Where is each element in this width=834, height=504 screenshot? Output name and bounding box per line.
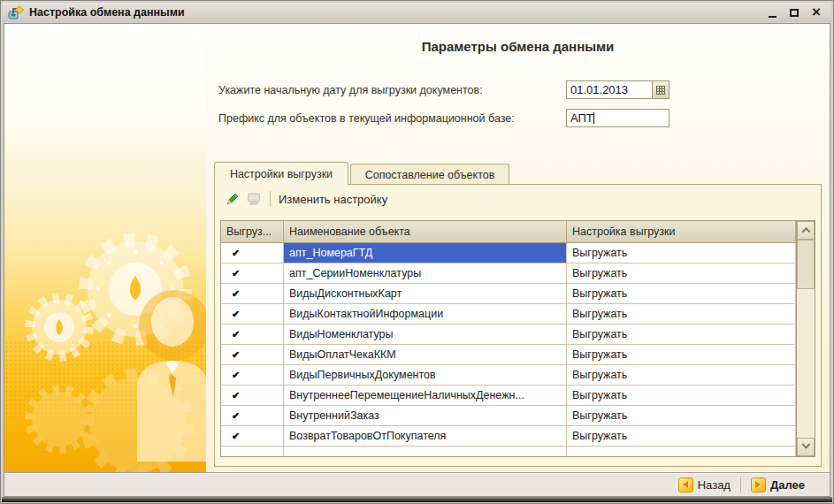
table-body: ✔ апт_НомераГТД Выгружать ✔ апт_СерииНом…	[221, 243, 796, 456]
back-arrow-icon	[678, 477, 693, 493]
scroll-down-button[interactable]	[797, 438, 815, 456]
table-row[interactable]: ✔ ВнутреннийЗаказ Выгружать	[221, 406, 796, 426]
prefix-value: АПТ	[567, 111, 669, 125]
table-row[interactable]: ✔ ВидыНоменклатуры Выгружать	[221, 325, 796, 345]
content-frame: Параметры обмена данными Укажите начальн…	[4, 23, 830, 497]
calendar-button[interactable]	[652, 81, 669, 98]
close-icon: ×	[812, 6, 821, 19]
row-setting[interactable]: Выгружать	[567, 304, 796, 325]
tab-export-settings[interactable]: Настройки выгрузки	[214, 162, 348, 185]
table-header: Выгруз... Наименование объекта Настройка…	[221, 221, 796, 243]
start-date-field[interactable]: 01.01.2013	[566, 80, 669, 99]
row-name[interactable]: апт_НомераГТД	[284, 243, 567, 263]
row-name[interactable]: ВидыДисконтныхКарт	[284, 284, 567, 304]
row-check-icon[interactable]: ✔	[221, 365, 284, 386]
row-setting[interactable]: Выгружать	[567, 365, 796, 386]
export-settings-panel: Изменить настройку Выгруз... Наименовани…	[214, 184, 822, 467]
table-row[interactable]: ✔ ВидыПервичныхДокументов Выгружать	[221, 365, 796, 386]
row-check-icon[interactable]: ✔	[221, 263, 284, 284]
scroll-up-button[interactable]	[797, 221, 815, 240]
minimize-icon	[769, 16, 777, 18]
column-header-object-name[interactable]: Наименование объекта	[284, 221, 567, 243]
prefix-label: Префикс для объектов в текущей информаци…	[218, 112, 515, 125]
sidebar-artwork	[4, 24, 206, 472]
panel-toolbar: Изменить настройку	[215, 185, 821, 213]
next-arrow-icon	[751, 477, 766, 493]
tab-object-mapping[interactable]: Сопоставление объектов	[350, 164, 509, 185]
row-setting[interactable]: Выгружать	[567, 325, 796, 345]
prefix-field[interactable]: АПТ	[566, 109, 669, 127]
row-name[interactable]	[284, 447, 567, 456]
row-name[interactable]: ВидыПервичныхДокументов	[284, 365, 567, 386]
row-setting[interactable]: Выгружать	[567, 386, 796, 406]
row-setting[interactable]: Выгружать	[567, 243, 796, 263]
column-header-export-setting[interactable]: Настройка выгрузки	[567, 221, 796, 243]
scrollbar-thumb[interactable]	[797, 240, 815, 289]
window-bottom-edge	[2, 497, 832, 502]
main-area: Параметры обмена данными Укажите начальн…	[206, 24, 830, 472]
table-row[interactable]: ✔ апт_СерииНоменклатуры Выгружать	[221, 263, 796, 284]
row-check-icon[interactable]: ✔	[221, 325, 284, 345]
row-check-icon[interactable]: ✔	[221, 406, 284, 426]
footer-bar: Назад Далее	[4, 472, 830, 496]
edit-setting-label[interactable]: Изменить настройку	[279, 193, 387, 206]
table-scrollbar[interactable]	[796, 221, 815, 456]
back-button[interactable]: Назад	[678, 477, 731, 493]
row-setting[interactable]: Выгружать	[567, 284, 796, 304]
row-check-icon[interactable]: ✔	[221, 386, 284, 406]
title-bar[interactable]: Настройка обмена данными ×	[3, 3, 831, 22]
table-row[interactable]: ✔ ВнутреннееПеремещениеНаличныхДенежн...…	[221, 386, 796, 406]
gears-illustration	[4, 196, 206, 472]
row-name[interactable]: ВнутреннийЗаказ	[284, 406, 567, 426]
row-setting[interactable]: Выгружать	[567, 426, 796, 447]
minimize-button[interactable]	[766, 6, 778, 19]
text-caret	[593, 112, 594, 124]
table-row[interactable]: ✔ ВидыОплатЧекаККМ Выгружать	[221, 345, 796, 365]
maximize-button[interactable]	[788, 6, 800, 19]
row-name[interactable]: апт_СерииНоменклатуры	[284, 263, 567, 284]
row-check-icon[interactable]: ✔	[221, 243, 284, 263]
table-row-partial[interactable]	[221, 447, 796, 456]
dialog-window: Настройка обмена данными ×	[0, 0, 834, 504]
pencil-icon	[225, 192, 239, 206]
save-setting-button-disabled[interactable]	[246, 191, 262, 207]
person-figure	[137, 290, 206, 462]
export-objects-table: Выгруз... Наименование объекта Настройка…	[220, 220, 815, 457]
row-setting[interactable]: Выгружать	[567, 406, 796, 426]
row-check-icon[interactable]	[221, 447, 284, 456]
page-title: Параметры обмена данными	[206, 39, 830, 54]
table-row[interactable]: ✔ ВозвратТоваровОтПокупателя Выгружать	[221, 426, 796, 447]
next-button[interactable]: Далее	[751, 477, 805, 493]
row-check-icon[interactable]: ✔	[221, 284, 284, 304]
footer-separator	[740, 477, 741, 493]
chevron-up-icon	[801, 227, 810, 236]
row-setting[interactable]: Выгружать	[567, 345, 796, 365]
edit-button[interactable]	[224, 191, 240, 207]
row-check-icon[interactable]: ✔	[221, 426, 284, 447]
table-row[interactable]: ✔ ВидыКонтактнойИнформации Выгружать	[221, 304, 796, 325]
window-title: Настройка обмена данными	[29, 6, 766, 19]
maximize-icon	[790, 9, 799, 17]
row-name[interactable]: ВидыКонтактнойИнформации	[284, 304, 567, 325]
screenshot-stage: Настройка обмена данными ×	[0, 0, 834, 504]
row-name[interactable]: ВидыНоменклатуры	[284, 325, 567, 345]
next-button-label: Далее	[770, 478, 805, 492]
row-check-icon[interactable]: ✔	[221, 345, 284, 365]
close-button[interactable]: ×	[810, 6, 823, 19]
row-name[interactable]: ВнутреннееПеремещениеНаличныхДенежн...	[284, 386, 567, 406]
start-date-label: Укажите начальную дату для выгрузки доку…	[218, 84, 483, 96]
column-header-export[interactable]: Выгруз...	[221, 221, 284, 243]
disabled-save-icon	[247, 192, 261, 206]
table-row[interactable]: ✔ апт_НомераГТД Выгружать	[221, 243, 796, 263]
calendar-icon	[656, 86, 665, 95]
chevron-down-icon	[801, 440, 810, 449]
row-name[interactable]: ВозвратТоваровОтПокупателя	[284, 426, 567, 447]
back-button-label: Назад	[698, 478, 731, 492]
row-name[interactable]: ВидыОплатЧекаККМ	[284, 345, 567, 365]
row-check-icon[interactable]: ✔	[221, 304, 284, 325]
start-date-value: 01.01.2013	[567, 83, 652, 96]
table-row[interactable]: ✔ ВидыДисконтныхКарт Выгружать	[221, 284, 796, 304]
row-setting[interactable]	[567, 447, 796, 456]
window-controls: ×	[766, 6, 826, 19]
row-setting[interactable]: Выгружать	[567, 263, 796, 284]
